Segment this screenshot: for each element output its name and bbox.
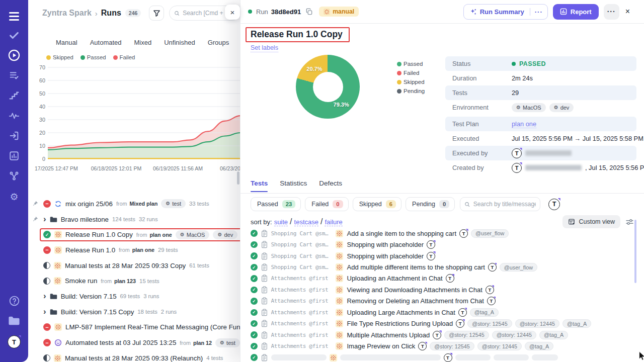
details-label: Duration	[445, 74, 512, 82]
filter-chip-failed[interactable]: Failed0	[305, 197, 348, 211]
run-row[interactable]: Manual tests at 28 Mar 2025 09:33 (Relau…	[32, 350, 240, 362]
test-title[interactable]: Multiple Attachments Upload	[347, 331, 430, 339]
filter-chip-skipped[interactable]: Skipped6	[353, 197, 401, 211]
sidebar-item-avatar[interactable]: T	[7, 335, 22, 349]
sidebar-item-import[interactable]	[7, 130, 22, 144]
filter-chip-pending[interactable]: Pending0	[406, 197, 455, 211]
tab-unfinished[interactable]: Unfinished	[164, 39, 195, 46]
test-row[interactable]: ✓ Attachments @first Uploading Large Att…	[251, 307, 640, 318]
run-title[interactable]: Manual tests at 28 Mar 2025 09:33 (Relau…	[65, 354, 203, 362]
test-row[interactable]: ✓ Attachments @first Removing or Deletin…	[251, 296, 640, 307]
tab-manual[interactable]: Manual	[56, 39, 77, 46]
test-title[interactable]: Uploading an Attachment in Chat	[347, 275, 443, 282]
test-title[interactable]: Shopping with placeholder	[347, 241, 424, 248]
copy-run-id-button[interactable]	[305, 8, 313, 16]
chart-legend: SkippedPassedFailed	[46, 54, 135, 60]
chevron-right-icon[interactable]: ›	[43, 307, 46, 316]
sidebar-item-task-list[interactable]	[7, 69, 22, 83]
run-row-content: Manual tests at 28 Mar 2025 09:33 (Relau…	[40, 352, 227, 362]
tests-search[interactable]	[460, 197, 540, 211]
run-row[interactable]: −mix origin 25/06from Mixed plan⚙test33 …	[32, 196, 240, 212]
tab-mixed[interactable]: Mixed	[134, 39, 152, 46]
test-row[interactable]: ✓ Shopping Cart @sm… Add multiple differ…	[251, 261, 640, 273]
run-title[interactable]: Release Run 1.0 Copy	[65, 231, 133, 238]
run-summary-more-button[interactable]: ···	[530, 8, 547, 16]
run-title[interactable]: mix origin 25/06	[65, 200, 113, 208]
run-group-title[interactable]: Build: Version 7.15	[61, 293, 117, 300]
test-title[interactable]: Add a single item to the shopping cart	[347, 230, 457, 237]
sidebar-item-activity[interactable]	[7, 110, 22, 124]
sidebar-item-gear[interactable]: ⚙	[7, 190, 22, 204]
left-scrollbar-thumb[interactable]	[237, 171, 239, 185]
test-row[interactable]: ✓ Shopping Cart @sm… Add a single item t…	[251, 228, 640, 239]
run-title[interactable]: Release Run 1.0	[65, 246, 115, 254]
tab-groups[interactable]: Groups	[208, 39, 229, 46]
test-title[interactable]: Shopping with placeholder	[347, 252, 424, 260]
sidebar-item-steps[interactable]	[7, 89, 22, 104]
test-row[interactable]: ✓ Shopping Cart @sm… Shopping with place…	[251, 239, 640, 250]
sidebar-item-play-circle[interactable]	[7, 49, 22, 63]
test-title[interactable]: Viewing and Downloading Attachments in C…	[347, 286, 482, 294]
sidebar-item-help[interactable]	[7, 295, 22, 309]
run-row[interactable]: Manual tests at 28 Mar 2025 09:33 Copy61…	[32, 258, 240, 274]
test-row[interactable]: ✓ Shopping Cart @sm… Shopping with place…	[251, 250, 640, 261]
test-title[interactable]: Add multiple different items to the shop…	[347, 263, 485, 271]
drawer-scrollbar-thumb[interactable]	[634, 220, 636, 283]
more-actions-button[interactable]: ···	[604, 4, 619, 20]
sliders-icon[interactable]	[625, 218, 634, 226]
run-row[interactable]: ›Bravo milestone124 tests32 runs	[32, 212, 240, 227]
test-row[interactable]: ✓ T	[251, 352, 640, 362]
test-title[interactable]: Uploading Large Attachments in Chat	[347, 309, 455, 316]
run-title[interactable]: Automated tests at 03 Jul 2025 13:25	[65, 339, 176, 346]
test-plan-link[interactable]: plan one	[512, 120, 536, 128]
sort-link-failure[interactable]: failure	[325, 218, 342, 226]
report-button[interactable]: Report	[553, 4, 599, 20]
run-title[interactable]: Manual tests at 28 Mar 2025 09:33 Copy	[65, 262, 186, 269]
test-title[interactable]: Removing or Deleting an Attachment from …	[347, 297, 484, 305]
run-row[interactable]: ›Build: Version 7.1569 tests3 runs	[32, 289, 240, 304]
run-row[interactable]: ›Build: Version 7.15 Copy18 tests2 runs	[32, 304, 240, 320]
run-row[interactable]: Smoke runfrom plan 12315 tests	[32, 273, 240, 289]
tab-automated[interactable]: Automated	[90, 39, 122, 46]
test-row[interactable]: ✓ Attachments @first Multiple Attachment…	[251, 329, 640, 340]
sidebar-item-folder[interactable]	[7, 315, 22, 329]
chevron-right-icon[interactable]: ›	[43, 215, 46, 223]
filter-chip-passed[interactable]: Passed23	[251, 197, 301, 211]
sort-link-testcase[interactable]: testcase	[294, 218, 318, 226]
filter-button[interactable]	[149, 6, 164, 21]
panel-close-button[interactable]: ×	[225, 5, 240, 20]
run-group-title[interactable]: Bravo milestone	[61, 216, 109, 223]
run-row[interactable]: −Release Run 1.0from plan one29 tests	[32, 242, 240, 258]
breadcrumb-project[interactable]: Zyntra Spark	[42, 9, 92, 18]
test-title[interactable]: File Type Restrictions During Upload	[347, 320, 453, 327]
sidebar-item-branch[interactable]	[7, 170, 22, 184]
tab-statistics[interactable]: Statistics	[280, 179, 307, 192]
chevron-right-icon[interactable]: ›	[43, 292, 46, 300]
sidebar-item-menu[interactable]	[7, 9, 22, 23]
run-title[interactable]: LMP-587 Implement Real-Time Chat Messagi…	[65, 323, 240, 331]
app-window: ⚙T Zyntra Spark › Runs 246 ManualAutomat…	[0, 0, 644, 362]
set-labels-link[interactable]: Set labels	[251, 44, 278, 52]
test-row[interactable]: ✓ Attachments @first Uploading an Attach…	[251, 273, 640, 284]
breadcrumb-page[interactable]: Runs	[101, 9, 121, 18]
run-row[interactable]: −Automated tests at 03 Jul 2025 13:25fro…	[32, 335, 240, 350]
test-title[interactable]: Image Preview on Click	[347, 342, 416, 350]
tab-tests[interactable]: Tests	[251, 179, 268, 192]
y-tick-label: 60	[28, 77, 45, 83]
run-row[interactable]: ✓Release Run 1.0 Copyfrom plan one⚙MacOS…	[32, 227, 240, 242]
test-row[interactable]: ✓ Attachments @first Image Preview on Cl…	[251, 340, 640, 351]
run-title[interactable]: Smoke run	[65, 277, 97, 285]
custom-view-button[interactable]: Custom view	[562, 215, 620, 228]
test-row[interactable]: ✓ Attachments @first File Type Restricti…	[251, 318, 640, 329]
sort-link-suite[interactable]: suite	[274, 218, 288, 226]
test-row[interactable]: ✓ Attachments @first Viewing and Downloa…	[251, 284, 640, 295]
gear-icon: ⚙	[217, 232, 222, 237]
tab-defects[interactable]: Defects	[319, 179, 342, 192]
tests-search-input[interactable]	[473, 201, 536, 208]
sidebar-item-check[interactable]	[7, 29, 22, 43]
sidebar-item-bar-chart[interactable]	[7, 150, 22, 164]
run-summary-button[interactable]: Run Summary ···	[463, 4, 548, 20]
run-row[interactable]: −LMP-587 Implement Real-Time Chat Messag…	[32, 320, 240, 335]
run-group-title[interactable]: Build: Version 7.15 Copy	[61, 308, 134, 316]
close-drawer-button[interactable]: ×	[624, 7, 631, 16]
